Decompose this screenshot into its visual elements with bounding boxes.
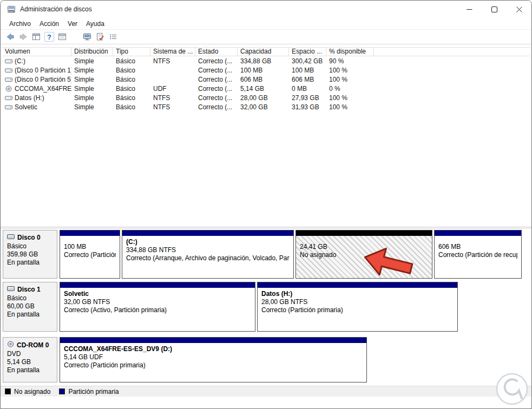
disk-name: Disco 0	[17, 234, 41, 241]
col-tipo[interactable]: Tipo	[113, 48, 150, 56]
partition-status: Correcto (Activo, Partición primaria)	[64, 306, 251, 314]
volume-fs: NTFS	[150, 94, 195, 102]
toolbar: ?	[1, 29, 531, 44]
partition-status: Correcto (Partición primaria)	[64, 361, 363, 370]
partition-color-bar	[60, 282, 255, 288]
volume-capacity: 100 MB	[238, 67, 289, 74]
disk-kind: DVD	[7, 350, 53, 358]
partition-datos[interactable]: Datos (H:) 28,00 GB NTFS Correcto (Parti…	[257, 282, 458, 332]
col-filler	[374, 48, 530, 56]
partition-color-bar	[296, 230, 432, 236]
pane-splitter[interactable]	[1, 227, 531, 229]
volume-free: 27,93 GB	[289, 94, 326, 102]
partition-label: Datos (H:)	[261, 290, 454, 298]
volume-list-pane: Volumen Distribución Tipo Sistema de ...…	[1, 45, 531, 227]
partition-solvetic[interactable]: Solvetic 32,00 GB NTFS Correcto (Activo,…	[60, 282, 255, 332]
volume-capacity: 5,14 GB	[238, 85, 289, 93]
disk-name: CD-ROM 0	[17, 341, 49, 349]
volume-capacity: 28,00 GB	[238, 94, 289, 102]
partition-system-reserved[interactable]: 100 MB Correcto (Partición	[60, 230, 120, 279]
table-row[interactable]: Solvetic Simple Básico NTFS Correcto (..…	[2, 102, 530, 111]
volume-type: Básico	[113, 76, 150, 83]
maximize-button[interactable]	[482, 1, 507, 18]
col-volumen[interactable]: Volumen	[2, 48, 71, 56]
partition-status: Correcto (Partición primaria)	[261, 306, 454, 314]
volume-icon	[5, 95, 12, 101]
volume-percent: 100 %	[326, 103, 374, 111]
volume-type: Básico	[113, 57, 150, 65]
menu-ayuda[interactable]: Ayuda	[82, 19, 109, 29]
cd-rom-icon	[7, 341, 14, 349]
menubar: Archivo Acción Ver Ayuda	[1, 18, 531, 29]
disk-size: 60,00 GB	[7, 302, 53, 311]
volume-name: (Disco 0 Partición 1)	[15, 67, 71, 74]
disk-size: 5,14 GB	[7, 358, 53, 366]
col-distribucion[interactable]: Distribución	[71, 48, 113, 56]
unallocated-swatch	[5, 388, 11, 394]
disk-status: En pantalla	[7, 259, 53, 267]
disk-kind: Básico	[7, 294, 53, 302]
script-check-icon[interactable]	[94, 31, 107, 43]
partition-size: 5,14 GB UDF	[64, 353, 363, 361]
partition-dvd[interactable]: CCCOMA_X64FRE-ES-ES_DV9 (D:) 5,14 GB UDF…	[60, 337, 367, 382]
col-sistema[interactable]: Sistema de ...	[150, 48, 195, 56]
volume-free: 100 MB	[289, 67, 326, 74]
partition-recovery[interactable]: 606 MB Correcto (Partición de recup	[434, 230, 522, 279]
legend-item-primary: Partición primaria	[59, 388, 119, 395]
volume-name: (Disco 0 Partición 5)	[15, 76, 71, 83]
disk-status: En pantalla	[7, 311, 53, 319]
col-estado[interactable]: Estado	[195, 48, 238, 56]
col-capacidad[interactable]: Capacidad	[238, 48, 289, 56]
menu-archivo[interactable]: Archivo	[5, 19, 35, 29]
volume-status: Correcto (...	[195, 85, 238, 93]
menu-accion[interactable]: Acción	[35, 19, 63, 29]
list-view-icon[interactable]	[107, 31, 120, 43]
minimize-button[interactable]	[457, 1, 482, 18]
graphical-view-pane: Disco 0 Básico 359,98 GB En pantalla 100…	[1, 229, 531, 386]
forward-icon[interactable]	[17, 31, 30, 43]
disk1-header[interactable]: Disco 1 Básico 60,00 GB En pantalla	[3, 282, 57, 332]
legend-label: No asignado	[14, 388, 50, 395]
table-row[interactable]: Datos (H:) Simple Básico NTFS Correcto (…	[2, 93, 530, 102]
disk-management-window: Administración de discos Archivo Acción …	[0, 0, 532, 409]
disk-row-0: Disco 0 Básico 359,98 GB En pantalla 100…	[3, 230, 529, 279]
table-row[interactable]: CCCOMA_X64FRE... Simple Básico UDF Corre…	[2, 84, 530, 93]
snap-in-window-icon[interactable]	[56, 31, 69, 43]
disk-icon	[7, 286, 15, 293]
volume-fs: NTFS	[150, 103, 195, 111]
cdrom0-header[interactable]: CD-ROM 0 DVD 5,14 GB En pantalla	[3, 337, 57, 382]
volume-table-header: Volumen Distribución Tipo Sistema de ...…	[2, 47, 530, 56]
primary-partition-swatch	[59, 388, 65, 394]
col-espacio[interactable]: Espacio ...	[289, 48, 326, 56]
volume-capacity: 606 MB	[238, 76, 289, 83]
menu-ver[interactable]: Ver	[63, 19, 82, 29]
computer-icon[interactable]	[81, 31, 94, 43]
table-row[interactable]: (C:) Simple Básico NTFS Correcto (... 33…	[2, 56, 530, 65]
volume-layout: Simple	[71, 76, 113, 83]
partition-c[interactable]: (C:) 334,88 GB NTFS Correcto (Arranque, …	[122, 230, 294, 279]
close-button[interactable]	[507, 1, 531, 18]
cd-volume-icon	[5, 85, 12, 92]
volume-type: Básico	[113, 67, 150, 74]
volume-fs: NTFS	[150, 57, 195, 65]
volume-table: Volumen Distribución Tipo Sistema de ...…	[2, 47, 530, 111]
volume-layout: Simple	[71, 67, 113, 74]
watermark-logo	[495, 372, 529, 406]
volume-free: 300,42 GB	[289, 57, 326, 65]
window-controls	[457, 1, 531, 18]
volume-capacity: 334,88 GB	[238, 57, 289, 65]
volume-percent: 0 %	[326, 85, 374, 93]
table-row[interactable]: (Disco 0 Partición 1) Simple Básico Corr…	[2, 65, 530, 75]
console-tree-icon[interactable]	[30, 31, 43, 43]
disk0-header[interactable]: Disco 0 Básico 359,98 GB En pantalla	[3, 230, 57, 279]
back-icon[interactable]	[4, 31, 17, 43]
volume-percent: 100 %	[326, 94, 374, 102]
partition-color-bar	[122, 230, 293, 236]
window-title: Administración de discos	[20, 5, 92, 13]
partition-size: 100 MB	[64, 243, 116, 251]
disk-size: 359,98 GB	[7, 250, 53, 259]
table-row[interactable]: (Disco 0 Partición 5) Simple Básico Corr…	[2, 75, 530, 84]
volume-type: Básico	[113, 85, 150, 93]
col-disponible[interactable]: % disponible	[326, 48, 374, 56]
help-icon[interactable]: ?	[43, 31, 56, 43]
